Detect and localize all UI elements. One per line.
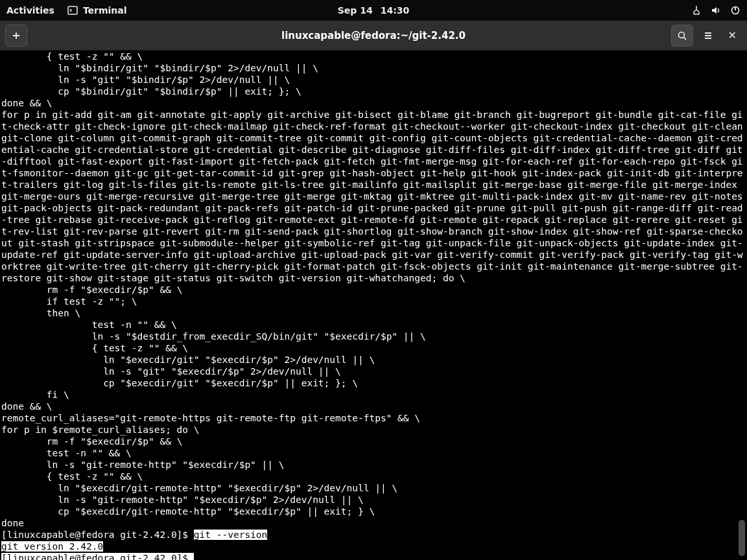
new-tab-button[interactable] [5, 25, 27, 47]
search-button[interactable] [671, 25, 693, 47]
gnome-topbar: Activities Terminal Sep 14 14:30 [0, 0, 747, 21]
plus-icon [11, 30, 21, 41]
time-label: 14:30 [381, 5, 410, 16]
date-label: Sep 14 [338, 5, 373, 16]
close-button[interactable]: ✕ [723, 29, 742, 41]
terminal-version-line: git version 2.42.0 [0, 541, 747, 552]
svg-rect-0 [68, 6, 77, 14]
terminal-icon [67, 5, 78, 16]
search-icon [677, 30, 687, 41]
svg-point-3 [678, 32, 684, 38]
system-tray[interactable] [691, 5, 741, 16]
terminal-prompt-2[interactable]: [linuxcapable@fedora git-2.42.0]$ [0, 552, 747, 560]
highlighted-command: git --version [194, 530, 268, 540]
volume-icon [711, 5, 721, 16]
app-name-label: Terminal [83, 5, 127, 16]
power-icon [730, 5, 741, 16]
activities-button[interactable]: Activities [6, 5, 54, 16]
menu-button[interactable] [697, 25, 719, 47]
terminal-output: { test -z "" && \ ln "$bindir/git" "$bin… [0, 51, 747, 529]
hamburger-icon [703, 30, 713, 41]
scrollbar[interactable] [738, 51, 746, 560]
clock[interactable]: Sep 14 14:30 [338, 5, 410, 16]
current-app[interactable]: Terminal [67, 5, 127, 16]
terminal-headerbar: linuxcapable@fedora:~/git-2.42.0 ✕ [0, 21, 747, 51]
window-title: linuxcapable@fedora:~/git-2.42.0 [281, 30, 466, 41]
network-icon [691, 5, 702, 16]
terminal-viewport[interactable]: { test -z "" && \ ln "$bindir/git" "$bin… [0, 51, 747, 560]
scroll-thumb[interactable] [739, 520, 745, 556]
terminal-prompt-1: [linuxcapable@fedora git-2.42.0]$ git --… [0, 529, 747, 541]
svg-line-4 [684, 38, 686, 40]
